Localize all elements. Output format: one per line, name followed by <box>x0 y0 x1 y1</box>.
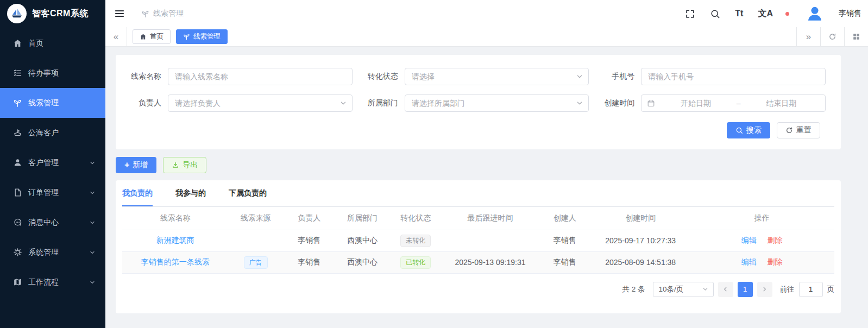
tab-subordinates[interactable]: 下属负责的 <box>229 180 267 206</box>
sidebar-item-home[interactable]: 首页 <box>0 28 105 58</box>
owner-select[interactable] <box>168 94 353 112</box>
search-button[interactable]: 搜索 <box>727 122 770 138</box>
grid-icon[interactable] <box>844 27 868 46</box>
workflow-map-icon <box>13 277 22 287</box>
action-row: + 新增 导出 <box>116 157 841 173</box>
hamburger-menu-icon[interactable] <box>114 8 125 19</box>
sidebar-menu: 首页 待办事项 线索管理 公海客户 客户管理 <box>0 28 105 297</box>
table-header-row: 线索名称 线索来源 负责人 所属部门 转化状态 最后跟进时间 创建人 创建时间 … <box>122 207 834 230</box>
gear-icon <box>13 248 22 257</box>
filter-lead-name: 线索名称 <box>116 68 353 85</box>
delete-link[interactable]: 删除 <box>768 236 783 244</box>
sidebar-item-label: 客户管理 <box>28 158 59 168</box>
pagination: 共 2 条 10条/页 1 前往 页 <box>122 282 834 297</box>
lead-name-input[interactable] <box>168 68 352 85</box>
sidebar-item-order-mgmt[interactable]: 订单管理 <box>0 178 105 207</box>
sidebar-item-todo[interactable]: 待办事项 <box>0 58 105 88</box>
start-date-input[interactable] <box>657 95 734 111</box>
convert-status-select[interactable] <box>405 68 589 85</box>
owner-cell: 李销售 <box>283 230 336 251</box>
sidebar-item-customer-mgmt[interactable]: 客户管理 <box>0 148 105 178</box>
filter-form: 线索名称 转化状态 手机号 <box>116 68 826 112</box>
route-tab-leads[interactable]: 线索管理 <box>176 29 228 44</box>
home-icon <box>140 33 147 40</box>
col-lead-name: 线索名称 <box>122 207 228 230</box>
header-actions: Tt 文A 李销售 <box>685 4 861 23</box>
refresh-icon[interactable] <box>820 27 844 46</box>
col-created-at: 创建时间 <box>592 207 689 230</box>
search-button-label: 搜索 <box>746 125 762 135</box>
add-button[interactable]: + 新增 <box>116 157 156 173</box>
chevron-down-icon <box>89 279 96 286</box>
chevron-down-icon <box>89 160 96 166</box>
convert-status-value[interactable] <box>405 68 589 85</box>
next-page-button[interactable] <box>757 282 772 297</box>
sidebar: 智客CRM系统 首页 待办事项 线索管理 公海客户 <box>0 0 105 328</box>
end-date-input[interactable] <box>743 95 820 111</box>
route-tab-label: 首页 <box>150 32 163 41</box>
filter-convert-status: 转化状态 <box>353 68 589 85</box>
sidebar-item-message-center[interactable]: 消息中心 <box>0 207 105 237</box>
search-icon[interactable] <box>710 9 720 19</box>
prev-page-button[interactable] <box>718 282 733 297</box>
created-at-cell: 2025-09-17 10:27:33 <box>592 230 689 251</box>
col-status: 转化状态 <box>389 207 442 230</box>
seedling-icon <box>13 98 22 108</box>
sidebar-item-label: 系统管理 <box>28 248 59 257</box>
sidebar-item-workflow[interactable]: 工作流程 <box>0 267 105 297</box>
export-button[interactable]: 导出 <box>163 157 206 173</box>
goto-label: 前往 <box>780 285 795 294</box>
sailboat-icon <box>7 4 27 23</box>
department-cell: 西澳中心 <box>336 251 389 273</box>
lead-name-input-wrap <box>168 68 353 85</box>
field-label: 转化状态 <box>353 72 405 81</box>
breadcrumb: 线索管理 <box>141 9 184 18</box>
reset-button[interactable]: 重置 <box>777 122 820 138</box>
tab-my-leads[interactable]: 我负责的 <box>122 180 153 206</box>
table-row: 李销售的第一条线索 广告 李销售 西澳中心 已转化 2025-09-13 09:… <box>122 251 834 273</box>
date-separator: – <box>737 99 741 108</box>
route-tab-label: 线索管理 <box>193 32 221 41</box>
date-range-picker[interactable]: – <box>641 94 826 112</box>
owner-value[interactable] <box>168 95 352 111</box>
page-number-button[interactable]: 1 <box>738 282 753 297</box>
font-size-icon[interactable]: Tt <box>735 9 743 18</box>
field-label: 线索名称 <box>116 72 168 81</box>
chevron-down-icon <box>89 249 96 256</box>
table-card: 我负责的 我参与的 下属负责的 线索名称 线索来源 负责人 所属部门 转化状态 … <box>116 180 841 313</box>
sidebar-item-label: 待办事项 <box>28 68 59 78</box>
page-unit-label: 页 <box>827 285 835 294</box>
last-follow-cell: 2025-09-13 09:19:31 <box>442 251 538 273</box>
status-badge: 未转化 <box>400 235 431 247</box>
lead-name-link[interactable]: 李销售的第一条线索 <box>141 257 210 266</box>
field-label: 手机号 <box>589 72 641 81</box>
scroll-right-button[interactable]: » <box>796 27 820 46</box>
tab-participating[interactable]: 我参与的 <box>175 180 206 206</box>
source-badge: 广告 <box>244 256 268 269</box>
filter-card: 线索名称 转化状态 手机号 <box>116 55 841 149</box>
field-label: 创建时间 <box>589 98 641 108</box>
edit-link[interactable]: 编辑 <box>741 257 757 266</box>
lead-name-link[interactable]: 新洲建筑商 <box>156 236 194 244</box>
breadcrumb-label: 线索管理 <box>153 9 184 18</box>
sidebar-item-public-customers[interactable]: 公海客户 <box>0 118 105 148</box>
edit-link[interactable]: 编辑 <box>741 236 757 244</box>
username[interactable]: 李销售 <box>839 9 861 18</box>
language-icon[interactable]: 文A <box>758 9 773 18</box>
goto-page-input[interactable] <box>799 282 823 297</box>
owner-cell: 李销售 <box>283 251 336 273</box>
fullscreen-icon[interactable] <box>685 9 695 19</box>
sidebar-item-system-mgmt[interactable]: 系统管理 <box>0 237 105 267</box>
plus-icon: + <box>124 161 129 169</box>
department-value[interactable] <box>405 95 589 111</box>
page-size-select[interactable]: 10条/页 <box>653 282 714 297</box>
col-last-follow: 最后跟进时间 <box>442 207 538 230</box>
scroll-left-button[interactable]: « <box>105 27 127 46</box>
department-select[interactable] <box>405 94 589 112</box>
calendar-icon <box>647 99 655 108</box>
route-tab-home[interactable]: 首页 <box>133 29 171 44</box>
delete-link[interactable]: 删除 <box>768 257 783 266</box>
sidebar-item-leads[interactable]: 线索管理 <box>0 88 105 118</box>
avatar[interactable] <box>806 4 824 23</box>
phone-input[interactable] <box>641 68 825 85</box>
